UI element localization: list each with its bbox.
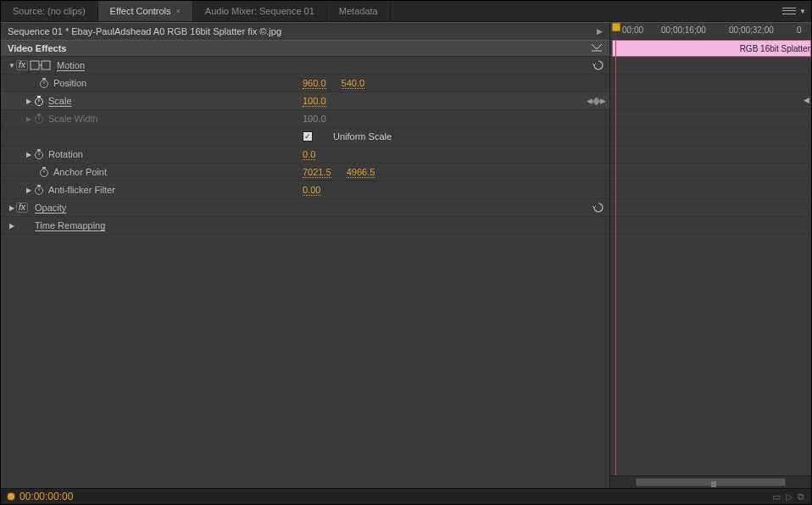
ruler-tick: 00;00;32;00	[729, 25, 774, 35]
close-icon[interactable]: ×	[176, 7, 181, 15]
ruler-tick: 00;00	[622, 25, 643, 35]
scale-value[interactable]: 100.0	[303, 96, 326, 107]
position-x-value[interactable]: 960.0	[303, 78, 326, 89]
tab-metadata[interactable]: Metadata	[327, 1, 391, 21]
playhead-line[interactable]	[615, 40, 616, 475]
disclosure-triangle-icon[interactable]	[8, 62, 16, 69]
stopwatch-icon[interactable]	[38, 166, 50, 178]
disclosure-triangle-icon[interactable]	[25, 186, 33, 194]
scrollbar-thumb[interactable]	[636, 478, 786, 486]
stopwatch-icon[interactable]	[33, 148, 45, 160]
timeline-body[interactable]: RGB 16bit Splatter ◀	[610, 40, 811, 475]
tab-audio-mixer[interactable]: Audio Mixer: Sequence 01	[193, 1, 327, 21]
tab-source-label: Source: (no clips)	[13, 6, 86, 16]
ruler-tick: 00;00;16;00	[661, 25, 706, 35]
fx-badge-icon[interactable]: fx	[16, 203, 28, 213]
opacity-effect-row[interactable]: fx Opacity	[1, 199, 609, 217]
chevron-left-icon[interactable]: ◀	[804, 96, 809, 104]
playhead-indicator-icon	[8, 493, 14, 500]
main-area: Sequence 01 * Ebay-PaulAdshead A0 RGB 16…	[1, 22, 811, 488]
rotation-label: Rotation	[48, 149, 83, 159]
footer-control-icon[interactable]: ▭	[772, 491, 781, 502]
position-row: Position 960.0 540.0	[1, 75, 609, 92]
scale-row: Scale 100.0 ◀ ▶	[1, 92, 609, 110]
chevron-down-icon[interactable]: ▼	[799, 8, 806, 15]
disclosure-triangle-icon[interactable]	[25, 97, 33, 105]
scale-width-label: Scale Width	[48, 114, 98, 124]
motion-effect-row[interactable]: fx Motion	[1, 57, 609, 75]
next-keyframe-icon[interactable]: ▶	[600, 97, 606, 105]
svg-rect-2	[42, 61, 50, 69]
properties-panel: Sequence 01 * Ebay-PaulAdshead A0 RGB 16…	[1, 23, 609, 488]
playhead-icon[interactable]	[612, 23, 620, 31]
scale-label: Scale	[48, 96, 72, 106]
tab-effect-controls-label: Effect Controls	[110, 6, 171, 16]
clip-bar[interactable]: RGB 16bit Splatter	[612, 40, 811, 57]
timeline-scrollbar[interactable]	[610, 475, 811, 488]
scale-width-row: Scale Width 100.0	[1, 110, 609, 128]
svg-rect-15	[37, 149, 41, 151]
disclosure-triangle-icon[interactable]	[8, 204, 16, 212]
anchor-y-value[interactable]: 4966.5	[347, 167, 375, 178]
rotation-row: Rotation 0.0	[1, 146, 609, 164]
fx-badge-icon[interactable]: fx	[16, 60, 28, 70]
current-timecode[interactable]: 00:00:00:00	[19, 491, 73, 502]
collapse-icon[interactable]	[591, 43, 603, 53]
reset-icon[interactable]	[591, 59, 606, 71]
antiflicker-label: Anti-flicker Filter	[48, 185, 115, 195]
svg-rect-1	[31, 61, 39, 69]
reset-icon[interactable]	[591, 202, 606, 214]
disclosure-triangle-icon	[25, 115, 33, 123]
panel-menu-icon[interactable]	[782, 5, 796, 17]
chevron-right-icon[interactable]: ▶	[597, 27, 603, 36]
footer-control-icon[interactable]: ▷	[786, 491, 793, 502]
anchor-point-label: Anchor Point	[53, 167, 107, 177]
ruler-tick: 0	[797, 25, 802, 35]
time-ruler[interactable]: 00;00 00;00;16;00 00;00;32;00 0	[610, 23, 811, 40]
position-label: Position	[53, 78, 86, 88]
motion-transform-icon[interactable]	[30, 59, 52, 71]
stopwatch-icon	[33, 113, 45, 125]
footer-bar: 00:00:00:00 ▭ ▷ ⧉	[1, 488, 811, 504]
opacity-label: Opacity	[35, 203, 66, 213]
tab-audio-mixer-label: Audio Mixer: Sequence 01	[205, 6, 314, 16]
svg-rect-9	[37, 96, 41, 97]
anchor-x-value[interactable]: 7021.5	[303, 167, 331, 178]
time-remapping-row[interactable]: Time Remapping	[1, 217, 609, 235]
stopwatch-icon[interactable]	[33, 184, 45, 196]
clip-title-row: Sequence 01 * Ebay-PaulAdshead A0 RGB 16…	[1, 23, 609, 40]
video-effects-label: Video Effects	[8, 43, 67, 53]
effect-controls-panel: Source: (no clips) Effect Controls × Aud…	[0, 0, 812, 505]
motion-label: Motion	[57, 60, 85, 70]
add-keyframe-icon[interactable]	[592, 97, 601, 105]
anchor-point-row: Anchor Point 7021.5 4966.5	[1, 164, 609, 181]
keyframe-nav[interactable]: ◀ ▶	[587, 97, 606, 105]
stopwatch-icon[interactable]	[33, 95, 45, 107]
svg-rect-12	[37, 114, 41, 115]
rotation-value[interactable]: 0.0	[303, 149, 315, 160]
scale-width-value: 100.0	[303, 114, 326, 124]
video-effects-header[interactable]: Video Effects	[1, 40, 609, 57]
tab-source[interactable]: Source: (no clips)	[1, 1, 98, 21]
timeline-panel: 00;00 00;00;16;00 00;00;32;00 0 RGB 16bi…	[609, 23, 811, 488]
disclosure-triangle-icon[interactable]	[8, 222, 16, 230]
svg-rect-6	[42, 78, 46, 80]
tab-metadata-label: Metadata	[339, 6, 378, 16]
tab-effect-controls[interactable]: Effect Controls ×	[98, 1, 193, 21]
svg-rect-21	[37, 185, 41, 186]
clip-bar-label: RGB 16bit Splatter	[740, 44, 810, 53]
uniform-scale-checkbox[interactable]: ✓	[303, 131, 313, 142]
footer-control-icon[interactable]: ⧉	[798, 491, 804, 502]
uniform-scale-label: Uniform Scale	[333, 131, 392, 142]
antiflicker-row: Anti-flicker Filter 0.00	[1, 181, 609, 199]
antiflicker-value[interactable]: 0.00	[303, 185, 320, 196]
clip-title: Sequence 01 * Ebay-PaulAdshead A0 RGB 16…	[8, 26, 281, 36]
svg-rect-18	[42, 167, 46, 169]
time-remapping-label: Time Remapping	[35, 220, 105, 230]
position-y-value[interactable]: 540.0	[342, 78, 365, 89]
empty-area	[1, 235, 609, 488]
uniform-scale-row: ✓ Uniform Scale	[1, 128, 609, 146]
stopwatch-icon[interactable]	[38, 77, 50, 89]
disclosure-triangle-icon[interactable]	[25, 151, 33, 158]
tab-bar: Source: (no clips) Effect Controls × Aud…	[1, 1, 811, 22]
